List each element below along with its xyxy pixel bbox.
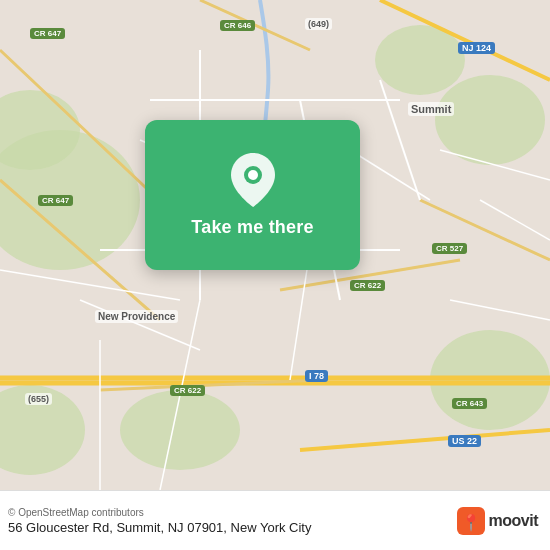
bottom-bar: © OpenStreetMap contributors 56 Gloucest… [0, 490, 550, 550]
i78-label: I 78 [305, 370, 328, 382]
nj124-label: NJ 124 [458, 42, 495, 54]
location-card[interactable]: Take me there [145, 120, 360, 270]
moovit-text: moovit [489, 512, 538, 530]
bottom-left-info: © OpenStreetMap contributors 56 Gloucest… [8, 507, 311, 535]
new-providence-label: New Providence [95, 310, 178, 323]
map-container: CR 647 CR 646 (649) NJ 124 Summit CR 647… [0, 0, 550, 490]
cr622-right-label: CR 622 [350, 280, 385, 291]
pin-icon [231, 153, 275, 207]
svg-point-34 [248, 170, 258, 180]
cr646-label: CR 646 [220, 20, 255, 31]
svg-point-4 [435, 75, 545, 165]
take-me-there-button[interactable]: Take me there [191, 217, 313, 238]
cr643-label: CR 643 [452, 398, 487, 409]
cr527-label: CR 527 [432, 243, 467, 254]
summit-label: Summit [408, 102, 454, 116]
cr647-top-label: CR 647 [30, 28, 65, 39]
svg-point-7 [120, 390, 240, 470]
address-text: 56 Gloucester Rd, Summit, NJ 07901, New … [8, 520, 311, 535]
moovit-logo: 📍 moovit [457, 507, 538, 535]
moovit-icon: 📍 [457, 507, 485, 535]
cr647-mid-label: CR 647 [38, 195, 73, 206]
us22-label: US 22 [448, 435, 481, 447]
cr622-bottom-label: CR 622 [170, 385, 205, 396]
cr649-label: (649) [305, 18, 332, 30]
osm-credit: © OpenStreetMap contributors [8, 507, 311, 518]
cr655-label: (655) [25, 393, 52, 405]
svg-text:📍: 📍 [461, 513, 481, 532]
